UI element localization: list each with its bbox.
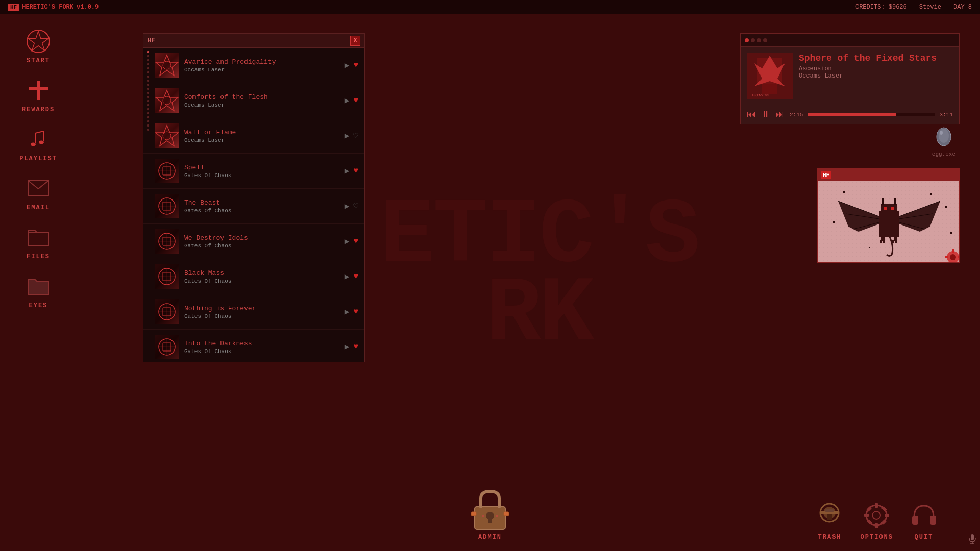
sidebar: START REWARDS PLAYLIST [0,14,77,551]
sidebar-rewards-label: REWARDS [22,106,55,113]
egg-exe[interactable]: egg.exe [932,122,955,157]
svg-rect-2 [37,81,40,100]
track-favorite-button[interactable]: ♥ [353,307,358,316]
svg-rect-53 [884,207,887,210]
sidebar-item-playlist[interactable]: PLAYLIST [13,122,64,166]
track-row[interactable]: Comforts of the Flesh Occams Laser ▶ ♥ [143,83,364,118]
track-play-button[interactable]: ▶ [345,307,350,317]
track-play-button[interactable]: ▶ [345,201,350,211]
track-title: The Beast [184,199,339,207]
track-favorite-button[interactable]: ♡ [353,201,358,211]
player-next-button[interactable]: ⏭ [775,109,785,120]
track-row[interactable]: Wall or Flame Occams Laser ▶ ♡ [143,118,364,154]
track-title: Wall or Flame [184,129,339,136]
progress-bar[interactable] [808,113,934,116]
sidebar-files-label: FILES [27,253,50,260]
track-play-button[interactable]: ▶ [345,342,350,352]
options-gear-icon [862,500,892,531]
track-favorite-button[interactable]: ♥ [353,61,358,70]
track-row[interactable]: Into the Darkness Gates Of Chaos ▶ ♥ [143,330,364,362]
track-play-button[interactable]: ▶ [345,60,350,70]
topbar-left: HF HERETIC'S FORK v1.0.9 [8,4,99,11]
track-artist: Occams Laser [184,137,339,143]
bottom-icon-trash[interactable]: TRASH [815,500,845,541]
svg-rect-94 [825,509,834,512]
track-row[interactable]: Spell Gates Of Chaos ▶ ♥ [143,154,364,189]
track-artist: Gates Of Chaos [184,243,339,249]
sidebar-email-label: EMAIL [27,204,50,211]
track-title: Avarice and Prodigality [184,58,339,66]
track-play-button[interactable]: ▶ [345,131,350,141]
track-artist: Gates Of Chaos [184,313,339,319]
svg-rect-74 [833,221,835,223]
playlist-content[interactable]: Avarice and Prodigality Occams Laser ▶ ♥… [143,48,364,362]
playlist-close-button[interactable]: X [350,36,360,46]
sidebar-item-start[interactable]: START [13,24,64,68]
sidebar-item-email[interactable]: EMAIL [13,171,64,215]
svg-rect-79 [952,249,954,253]
player-play-button[interactable]: ⏸ [761,109,770,120]
svg-rect-99 [864,514,869,517]
progress-bar-fill [808,113,896,116]
track-title: Comforts of the Flesh [184,93,339,101]
egg-label: egg.exe [932,151,955,157]
track-actions: ▶ ♥ [345,271,358,282]
svg-line-4 [35,131,43,133]
player-prev-button[interactable]: ⏮ [747,109,756,120]
track-favorite-button[interactable]: ♥ [353,272,358,281]
playlist-window: HF X [143,33,365,362]
svg-rect-67 [880,240,882,243]
svg-point-0 [27,30,50,53]
svg-rect-76 [869,247,870,248]
playlist-titlebar[interactable]: HF X [143,34,364,48]
playlist-title: HF [148,37,155,44]
sidebar-item-eyes[interactable]: EYES [13,269,64,313]
svg-point-46 [939,129,949,143]
track-row[interactable]: Black Mass Gates Of Chaos ▶ ♥ [143,259,364,294]
track-row[interactable]: Avarice and Prodigality Occams Laser ▶ ♥ [143,48,364,83]
player-controls: ⏮ ⏸ ⏭ 2:15 3:11 [741,105,959,124]
track-play-button[interactable]: ▶ [345,236,350,246]
track-play-button[interactable]: ▶ [345,271,350,282]
track-actions: ▶ ♥ [345,166,358,176]
topbar-player: Stevie [919,4,941,11]
track-favorite-button[interactable]: ♥ [353,96,358,105]
track-row[interactable]: The Beast Gates Of Chaos ▶ ♡ [143,189,364,224]
track-favorite-button[interactable]: ♥ [353,342,358,352]
track-favorite-button[interactable]: ♥ [353,166,358,176]
trash-icon [815,500,845,531]
svg-rect-72 [930,193,932,195]
svg-rect-100 [885,514,889,517]
bottom-icon-options[interactable]: OPTIONS [861,500,893,541]
track-info: We Destroy Idols Gates Of Chaos [184,234,339,249]
cross-icon [26,78,51,103]
track-favorite-button[interactable]: ♥ [353,237,358,246]
track-row[interactable]: Nothing is Forever Gates Of Chaos ▶ ♥ [143,294,364,330]
track-actions: ▶ ♡ [345,131,358,141]
sidebar-start-label: START [27,57,50,64]
track-thumbnail [155,123,179,148]
svg-point-78 [950,254,956,260]
sidebar-item-files[interactable]: FILES [13,220,64,264]
svg-rect-70 [895,240,897,243]
track-favorite-button[interactable]: ♡ [353,131,358,141]
svg-marker-12 [156,90,178,111]
track-row[interactable]: We Destroy Idols Gates Of Chaos ▶ ♥ [143,224,364,259]
sidebar-item-rewards[interactable]: REWARDS [13,73,64,117]
player-title-dots [745,38,767,42]
files-folder-icon [26,224,51,250]
envelope-icon [26,176,51,201]
topbar-hf-badge: HF [8,4,19,11]
admin-container[interactable]: ADMIN [470,487,510,541]
track-title: Spell [184,164,339,171]
topbar-credits: CREDITS: $9626 [855,4,907,11]
svg-marker-14 [156,126,178,146]
topbar-title: HERETIC'S FORK [22,4,74,11]
track-play-button[interactable]: ▶ [345,166,350,176]
svg-rect-85 [488,518,492,523]
quit-label: QUIT [915,534,934,541]
bottom-icon-quit[interactable]: QUIT [909,500,939,541]
egg-icon [934,122,954,148]
player-album: Ascension [799,65,953,72]
track-play-button[interactable]: ▶ [345,95,350,106]
